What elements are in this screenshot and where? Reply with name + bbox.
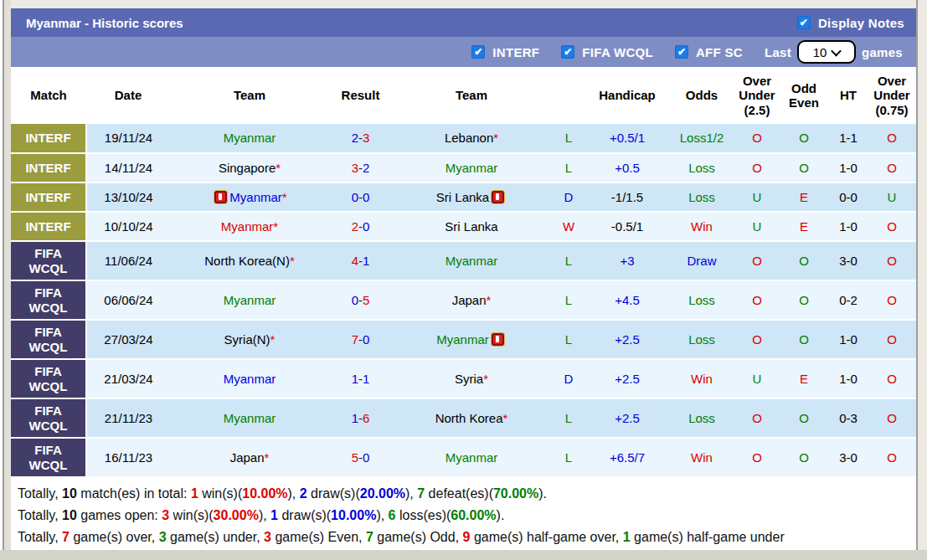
home-team: Myanmar <box>170 124 329 153</box>
away-team: Myanmar <box>392 153 551 182</box>
last-label: Last <box>765 45 791 59</box>
half-time-score: 3-0 <box>829 241 868 280</box>
summary-text: win(s)( <box>198 486 242 501</box>
table-body: INTERF19/11/24Myanmar2-3Lebanon*L+0.5/1L… <box>11 124 916 477</box>
summary-text: Totally, <box>18 530 62 544</box>
home-asterisk: * <box>265 450 270 465</box>
score: 2-0 <box>329 212 392 241</box>
summary-text: Totally, <box>18 508 62 522</box>
home-asterisk: * <box>483 372 488 386</box>
team-name: Lebanon <box>445 131 493 145</box>
match-row: INTERF10/10/24Myanmar*2-0Sri LankaW-0.5/… <box>11 212 916 241</box>
league-badge: FIFA WCQL <box>11 280 86 320</box>
half-time-score: 3-0 <box>829 438 868 477</box>
summary-stat: 2 <box>300 486 307 501</box>
away-team: North Korea* <box>392 398 551 438</box>
display-notes-label: Display Notes <box>818 16 904 30</box>
over-under-25: U <box>735 359 779 398</box>
historic-scores-table: MatchDateTeamResultTeamHandicapOddsOver … <box>11 67 916 478</box>
aff-sc-checkbox[interactable]: ✔ <box>675 45 688 59</box>
match-row: INTERF13/10/24Myanmar*0-0Sri LankaD-1/1.… <box>11 182 916 212</box>
home-team: Myanmar <box>170 398 329 438</box>
team-name: Myanmar <box>445 450 498 465</box>
score-right: 5 <box>363 293 369 307</box>
team-name: Myanmar <box>445 254 498 268</box>
red-card-icon <box>492 191 504 203</box>
half-time-score: 1-0 <box>829 153 868 182</box>
odds-result: Win <box>668 212 735 241</box>
summary-text: Totally, <box>18 486 62 501</box>
filter-bar: ✔ INTERF ✔ FIFA WCQL ✔ AFF SC Last 10 ga… <box>11 37 916 67</box>
odds-result: Loss <box>668 398 735 438</box>
fifa-wcql-checkbox[interactable]: ✔ <box>561 45 574 59</box>
match-row: FIFA WCQL21/11/23Myanmar1-6North Korea*L… <box>11 398 916 438</box>
half-time-score: 1-0 <box>829 359 868 398</box>
home-asterisk: * <box>282 190 287 204</box>
team-name: Myanmar <box>221 219 274 234</box>
odds-result: Win <box>668 359 735 398</box>
filter-interf: ✔ INTERF <box>471 45 539 59</box>
team-name: Myanmar <box>445 161 498 175</box>
summary-stat: 1 <box>623 530 631 544</box>
match-row: FIFA WCQL06/06/24Myanmar0-5Japan*L+4.5Lo… <box>11 280 916 320</box>
column-header-handicap: Handicap <box>586 67 668 124</box>
odd-even: O <box>779 280 829 320</box>
odd-even: O <box>779 320 829 359</box>
display-notes-checkbox[interactable]: ✔ <box>797 16 811 29</box>
score-left: 0 <box>352 190 358 204</box>
page-title: Myanmar - Historic scores <box>26 16 183 30</box>
over-under-075: U <box>868 182 916 212</box>
team-name: Myanmar <box>224 131 276 145</box>
summary-text: game(s) under, <box>167 530 265 544</box>
over-under-25: O <box>735 241 779 280</box>
summary-text: ), <box>376 508 388 522</box>
score-left: 2 <box>352 131 358 145</box>
league-badge: INTERF <box>11 124 86 153</box>
team-name: Myanmar <box>224 372 276 386</box>
league-badge: FIFA WCQL <box>11 320 86 359</box>
summary-stat: 3 <box>264 530 271 544</box>
match-row: FIFA WCQL21/03/24Myanmar1-1Syria*D+2.5Wi… <box>11 359 916 398</box>
last-games-value: 10 <box>813 45 827 59</box>
team-name: Myanmar <box>229 190 282 204</box>
over-under-25: O <box>735 280 779 320</box>
score: 2-3 <box>329 124 392 153</box>
chevron-down-icon <box>831 45 842 56</box>
score-left: 1 <box>352 372 358 386</box>
home-asterisk: * <box>290 254 295 268</box>
score: 3-2 <box>329 153 392 182</box>
summary-text: 10 <box>62 508 77 522</box>
team-name: Sri Lanka <box>436 190 489 204</box>
odds-result: Loss <box>668 320 735 359</box>
last-games-select[interactable]: 10 <box>797 40 856 64</box>
column-header-odds: Odds <box>668 67 735 124</box>
league-badge: FIFA WCQL <box>11 398 86 438</box>
team-name: Singapore <box>219 161 276 175</box>
home-asterisk: * <box>503 411 508 425</box>
league-badge: INTERF <box>11 182 86 212</box>
wdl-result: L <box>551 241 586 280</box>
red-card-icon <box>214 191 227 203</box>
score: 1-1 <box>329 359 392 398</box>
handicap-value: +2.5 <box>586 320 668 359</box>
display-notes-group: ✔ Display Notes <box>797 16 904 30</box>
match-row: FIFA WCQL11/06/24North Korea(N)*4-1Myanm… <box>11 241 916 280</box>
wdl-result: L <box>551 398 586 438</box>
summary-text: ). <box>538 486 547 501</box>
wdl-result: D <box>551 182 586 212</box>
summary-text: loss(es)( <box>396 508 451 522</box>
summary-stat: 70.00% <box>493 486 538 501</box>
summary-stat: 7 <box>62 530 70 544</box>
summary-text: ). <box>497 508 505 522</box>
home-asterisk: * <box>487 293 492 307</box>
column-header-over-under-25: Over Under (2.5) <box>735 67 779 124</box>
summary-stat: 6 <box>389 508 396 522</box>
match-date: 21/03/24 <box>86 359 170 398</box>
score-right: 6 <box>363 411 369 425</box>
match-date: 10/10/24 <box>86 212 170 241</box>
handicap-value: +4.5 <box>586 280 668 320</box>
filter-fifa-wcql: ✔ FIFA WCQL <box>561 45 653 59</box>
home-team: Singapore* <box>170 153 329 182</box>
aff-sc-label: AFF SC <box>696 45 743 59</box>
interf-checkbox[interactable]: ✔ <box>471 45 485 59</box>
